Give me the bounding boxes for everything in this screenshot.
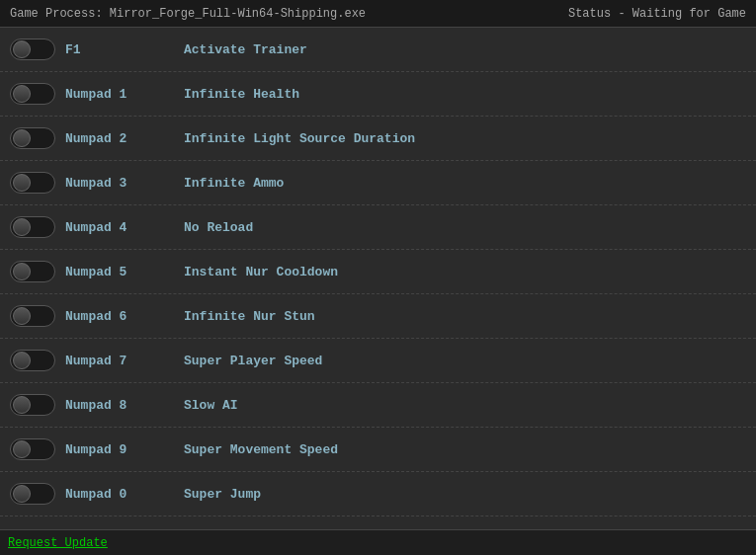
- cheat-label: Infinite Ammo: [184, 176, 284, 191]
- toggle-knob: [13, 40, 31, 58]
- cheat-label: Super Jump: [184, 487, 261, 502]
- toggle-7[interactable]: [10, 350, 55, 371]
- toggle-4[interactable]: [10, 216, 55, 238]
- key-label: Numpad 2: [65, 131, 184, 146]
- header: Game Process: Mirror_Forge_Full-Win64-Sh…: [0, 0, 756, 28]
- cheat-label: Super Player Speed: [184, 354, 322, 368]
- toggle-5[interactable]: [10, 261, 55, 282]
- cheat-row: Numpad 8Slow AI: [0, 383, 756, 428]
- cheat-label: Slow AI: [184, 398, 238, 413]
- toggle-knob: [13, 263, 31, 280]
- toggle-8[interactable]: [10, 394, 55, 416]
- toggle-6[interactable]: [10, 305, 55, 327]
- toggle-knob: [13, 485, 31, 503]
- cheat-label: Activate Trainer: [184, 42, 307, 57]
- cheat-row: Numpad 3Infinite Ammo: [0, 161, 756, 205]
- cheat-row: Numpad 7Super Player Speed: [0, 339, 756, 383]
- toggle-knob: [13, 440, 31, 458]
- cheat-row: Numpad 1Infinite Health: [0, 72, 756, 117]
- cheat-row: Numpad 2Infinite Light Source Duration: [0, 117, 756, 161]
- cheat-label: Super Movement Speed: [184, 442, 338, 457]
- key-label: Numpad 4: [65, 220, 184, 235]
- toggle-knob: [13, 396, 31, 414]
- key-label: Numpad 8: [65, 398, 184, 413]
- key-label: Numpad 6: [65, 309, 184, 324]
- key-label: Numpad 0: [65, 487, 184, 502]
- cheat-row: Numpad 4No Reload: [0, 205, 756, 250]
- cheat-label: No Reload: [184, 220, 253, 235]
- toggle-9[interactable]: [10, 438, 55, 460]
- toggle-knob: [13, 129, 31, 147]
- cheat-row: Numpad 6Infinite Nur Stun: [0, 294, 756, 339]
- footer: Request Update: [0, 529, 756, 555]
- toggle-knob: [13, 174, 31, 192]
- toggle-10[interactable]: [10, 483, 55, 505]
- toggle-3[interactable]: [10, 172, 55, 194]
- cheat-row: Numpad 9Super Movement Speed: [0, 428, 756, 472]
- status-label: Status - Waiting for Game: [568, 7, 746, 21]
- cheat-label: Infinite Light Source Duration: [184, 131, 415, 146]
- key-label: Numpad 3: [65, 176, 184, 191]
- toggle-2[interactable]: [10, 127, 55, 149]
- cheat-label: Infinite Nur Stun: [184, 309, 315, 324]
- key-label: Numpad 7: [65, 354, 184, 368]
- toggle-0[interactable]: [10, 39, 55, 60]
- cheat-row: Numpad 0Super Jump: [0, 472, 756, 516]
- key-label: F1: [65, 42, 184, 57]
- toggle-1[interactable]: [10, 83, 55, 105]
- key-label: Numpad 9: [65, 442, 184, 457]
- cheat-row: Numpad 5Instant Nur Cooldown: [0, 250, 756, 294]
- key-label: Numpad 5: [65, 265, 184, 279]
- cheat-row: F1Activate Trainer: [0, 28, 756, 72]
- toggle-knob: [13, 85, 31, 103]
- cheat-label: Infinite Health: [184, 87, 299, 102]
- key-label: Numpad 1: [65, 87, 184, 102]
- cheat-list: F1Activate TrainerNumpad 1Infinite Healt…: [0, 28, 756, 529]
- toggle-knob: [13, 218, 31, 236]
- cheat-label: Instant Nur Cooldown: [184, 265, 338, 279]
- request-update-link[interactable]: Request Update: [8, 536, 108, 550]
- toggle-knob: [13, 352, 31, 369]
- toggle-knob: [13, 307, 31, 325]
- process-label: Game Process: Mirror_Forge_Full-Win64-Sh…: [10, 7, 366, 21]
